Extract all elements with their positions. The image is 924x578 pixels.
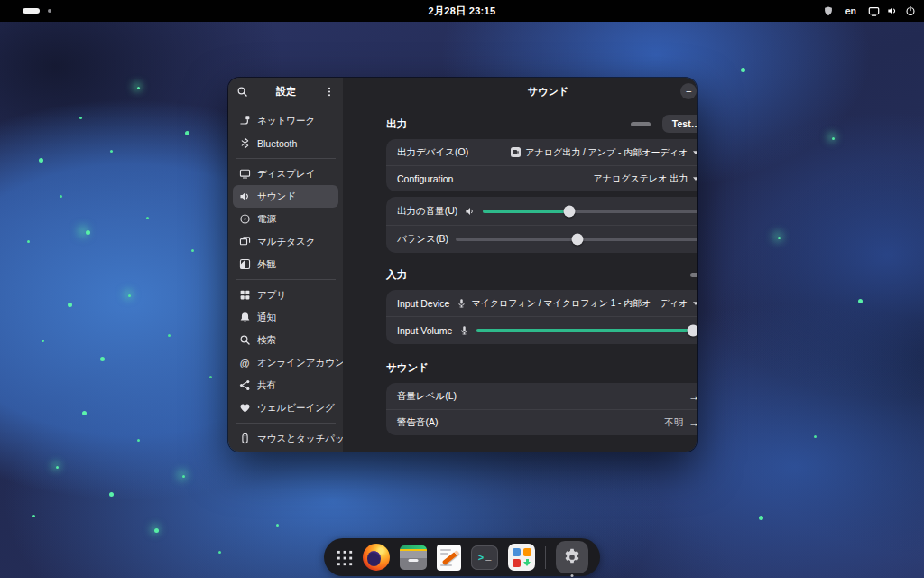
output-volume-label: 出力の音量(U) (397, 205, 457, 218)
dock-item-software[interactable] (508, 544, 535, 571)
running-indicator-dot (571, 574, 574, 577)
sidebar-item-appearance[interactable]: 外観 (233, 253, 338, 275)
keyboard-layout-indicator[interactable]: en (845, 5, 856, 16)
titlebar[interactable]: サウンド – × (343, 78, 697, 105)
output-volume-handle[interactable] (564, 205, 576, 217)
volume-levels-label: 音量レベル(L) (397, 390, 457, 403)
sidebar-item-label: 共有 (257, 379, 276, 392)
balance-slider[interactable] (456, 233, 697, 247)
sound-panel: サウンド – × 出力 Test… 出力デ (343, 78, 697, 452)
input-device-row[interactable]: Input Device マイクロフォン / マイクロフォン 1 - 内部オーデ… (386, 290, 697, 316)
output-section-title: 出力 (386, 117, 631, 131)
mouse-icon (238, 433, 251, 445)
sidebar-item-wellbeing[interactable]: ウェルビーイング (233, 396, 338, 419)
app-grid-icon (336, 549, 353, 566)
sidebar-item-label: 通知 (257, 312, 276, 324)
dock-item-text-editor[interactable] (437, 545, 461, 571)
sidebar-item-search[interactable]: 検索 (233, 329, 338, 351)
sidebar-item-sound[interactable]: サウンド (233, 185, 338, 208)
input-volume-handle[interactable] (687, 325, 697, 337)
input-device-label: Input Device (397, 298, 449, 309)
gear-icon (562, 547, 582, 567)
sidebar-separator (236, 279, 336, 280)
microphone-icon (459, 325, 469, 336)
text-editor-icon (437, 545, 461, 571)
output-level-indicator (631, 122, 651, 126)
menu-kebab-icon[interactable] (324, 86, 335, 98)
sidebar-item-label: ウェルビーイング (257, 402, 335, 415)
output-volume-slider[interactable] (483, 204, 697, 218)
output-device-card: 出力デバイス(O) アナログ出力 / アンプ - 内部オーディオ Configu… (386, 139, 697, 191)
balance-handle[interactable] (572, 234, 584, 246)
sidebar-item-bluetooth[interactable]: Bluetooth (233, 132, 338, 154)
test-speakers-button[interactable]: Test… (662, 115, 697, 133)
minimize-button[interactable]: – (680, 83, 697, 99)
sidebar-item-power[interactable]: 電源 (233, 208, 338, 230)
search-icon[interactable] (236, 86, 248, 98)
sidebar-item-label: Bluetooth (257, 138, 297, 149)
dock-item-firefox[interactable] (363, 544, 390, 571)
sidebar-title: 設定 (252, 85, 320, 98)
power-icon (905, 5, 916, 16)
workspace-active-pill[interactable] (23, 8, 40, 14)
workspace-indicator[interactable] (0, 8, 51, 14)
dock-item-console[interactable]: >_ (471, 545, 498, 570)
settings-window: 設定 ネットワーク Bluetooth ディスプレイ (228, 78, 697, 452)
sidebar-item-network[interactable]: ネットワーク (233, 109, 338, 132)
sounds-card: 音量レベル(L) → 警告音(A) 不明 → (386, 383, 697, 435)
configuration-label: Configuration (397, 173, 453, 184)
sidebar-item-label: 外観 (257, 258, 276, 271)
chevron-down-icon (692, 176, 697, 182)
sidebar-item-notifications[interactable]: 通知 (233, 306, 338, 329)
sidebar-item-apps[interactable]: アプリ (233, 284, 338, 306)
display-icon (238, 168, 251, 181)
alert-sound-value: 不明 (664, 416, 683, 429)
firefox-icon (363, 544, 390, 571)
workspace-dot[interactable] (48, 9, 51, 13)
input-volume-slider[interactable] (476, 324, 697, 338)
sidebar-item-display[interactable]: ディスプレイ (233, 163, 338, 185)
sound-settings-content: 出力 Test… 出力デバイス(O) アナログ出力 / アンプ - 内部オーディ… (343, 105, 697, 441)
sidebar-item-label: オンラインアカウント (257, 357, 354, 369)
multitasking-icon (238, 236, 251, 248)
sidebar-item-label: サウンド (257, 191, 296, 203)
bluetooth-icon (238, 137, 251, 150)
network-icon (238, 115, 251, 127)
input-level-indicator (690, 273, 697, 277)
output-device-row[interactable]: 出力デバイス(O) アナログ出力 / アンプ - 内部オーディオ (386, 139, 697, 165)
app-grid-button[interactable] (336, 549, 353, 566)
wallpaper-glows (0, 22, 4, 25)
dock-item-files[interactable] (400, 545, 427, 570)
shield-icon[interactable] (823, 5, 834, 17)
dock-item-settings[interactable] (556, 541, 588, 573)
sidebar-item-mouse[interactable]: マウスとタッチパッド (233, 427, 338, 450)
dock-separator (545, 546, 546, 569)
sidebar-item-online-accounts[interactable]: @ オンラインアカウント (233, 351, 338, 374)
chevron-down-icon (692, 301, 697, 306)
input-section-header: 入力 (386, 265, 697, 284)
sidebar-separator (236, 423, 336, 424)
dock: >_ (324, 538, 600, 576)
search-settings-icon (238, 334, 251, 347)
sidebar-item-multitasking[interactable]: マルチタスク (233, 230, 338, 253)
files-icon (400, 545, 427, 570)
input-card: Input Device マイクロフォン / マイクロフォン 1 - 内部オーデ… (386, 290, 697, 344)
volume-levels-row[interactable]: 音量レベル(L) → (386, 383, 697, 409)
sharing-icon (238, 379, 251, 392)
output-configuration-row[interactable]: Configuration アナログステレオ 出力 (386, 165, 697, 191)
sidebar-item-label: 電源 (257, 213, 276, 226)
alert-sound-row[interactable]: 警告音(A) 不明 → (386, 409, 697, 435)
output-volume-card: 出力の音量(U) バランス(B) (386, 197, 697, 253)
apps-icon (238, 289, 251, 302)
system-menu[interactable] (868, 5, 916, 17)
input-section-title: 入力 (386, 268, 690, 282)
sidebar-item-label: マウスとタッチパッド (257, 433, 354, 445)
clock[interactable]: 2月28日 23:15 (429, 5, 496, 18)
input-device-value: マイクロフォン / マイクロフォン 1 - 内部オーディオ (471, 297, 688, 310)
volume-icon (887, 5, 898, 16)
settings-sidebar: 設定 ネットワーク Bluetooth ディスプレイ (228, 78, 343, 452)
sidebar-item-sharing[interactable]: 共有 (233, 374, 338, 396)
input-volume-row: Input Volume (386, 316, 697, 344)
sounds-section-header: サウンド (386, 358, 697, 378)
sidebar-item-label: アプリ (257, 289, 286, 302)
